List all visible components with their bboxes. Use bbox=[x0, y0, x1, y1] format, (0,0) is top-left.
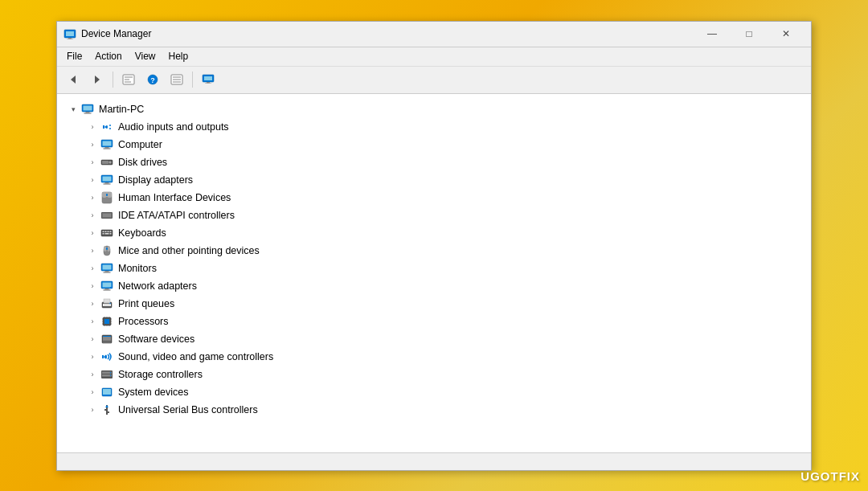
svg-rect-19 bbox=[205, 84, 211, 84]
tree-node-usb[interactable]: › Universal Serial Bus controllers bbox=[83, 401, 805, 419]
svg-rect-1 bbox=[66, 31, 74, 36]
usb-chevron: › bbox=[86, 403, 99, 416]
software-icon bbox=[99, 333, 115, 346]
processor-chevron: › bbox=[86, 315, 99, 328]
tree-node-computer[interactable]: › Computer bbox=[83, 136, 805, 153]
window-title: Device Manager bbox=[81, 28, 694, 39]
tree-node-keyboard[interactable]: › Keyboards bbox=[83, 224, 805, 242]
tree-node-audio[interactable]: › Audio inputs and outputs bbox=[83, 118, 805, 136]
svg-rect-50 bbox=[110, 231, 112, 232]
printer-label: Print queues bbox=[118, 298, 174, 309]
svg-rect-2 bbox=[68, 38, 72, 39]
svg-rect-18 bbox=[207, 82, 210, 84]
sound-label: Sound, video and game controllers bbox=[118, 351, 273, 362]
svg-rect-45 bbox=[103, 215, 111, 216]
toolbar-properties[interactable] bbox=[117, 69, 140, 90]
network-label: Network adapters bbox=[118, 280, 197, 292]
toolbar-help[interactable]: ? bbox=[141, 69, 164, 90]
svg-rect-44 bbox=[103, 214, 111, 215]
svg-marker-99 bbox=[105, 405, 108, 407]
hid-chevron: › bbox=[86, 191, 99, 204]
svg-point-32 bbox=[109, 161, 112, 163]
svg-rect-3 bbox=[67, 39, 73, 40]
software-chevron: › bbox=[86, 333, 99, 346]
menu-help[interactable]: Help bbox=[162, 49, 195, 63]
svg-rect-73 bbox=[104, 319, 109, 324]
svg-point-25 bbox=[109, 128, 111, 129]
svg-point-71 bbox=[109, 302, 111, 304]
toolbar: ? bbox=[57, 67, 811, 94]
toolbar-display[interactable] bbox=[197, 69, 219, 90]
tree-node-network[interactable]: › Network adapters bbox=[83, 277, 805, 295]
monitor-label: Monitors bbox=[118, 263, 157, 274]
tree-node-hid[interactable]: › Human Interface Devices bbox=[83, 189, 805, 207]
svg-rect-65 bbox=[104, 289, 111, 290]
keyboard-icon bbox=[99, 227, 115, 239]
svg-rect-57 bbox=[106, 248, 108, 250]
status-bar bbox=[57, 452, 811, 470]
svg-rect-35 bbox=[105, 182, 109, 184]
disk-label: Disk drives bbox=[118, 157, 167, 168]
menu-file[interactable]: File bbox=[60, 49, 88, 63]
usb-label: Universal Serial Bus controllers bbox=[118, 404, 258, 415]
tree-node-system[interactable]: › System devices bbox=[83, 383, 805, 401]
display-icon bbox=[99, 174, 115, 186]
tree-node-monitor[interactable]: › Monitors bbox=[83, 260, 805, 277]
svg-rect-51 bbox=[103, 233, 104, 235]
system-chevron: › bbox=[86, 386, 99, 399]
svg-point-93 bbox=[110, 371, 112, 373]
svg-text:?: ? bbox=[150, 76, 155, 84]
toolbar-update[interactable] bbox=[166, 69, 188, 90]
svg-rect-88 bbox=[103, 336, 111, 337]
software-label: Software devices bbox=[118, 333, 194, 345]
computer-root-icon bbox=[80, 103, 96, 116]
svg-marker-4 bbox=[71, 76, 76, 84]
mouse-chevron: › bbox=[86, 244, 99, 257]
minimize-button[interactable]: — bbox=[694, 21, 731, 47]
tree-node-root[interactable]: ▾ Martin-PC bbox=[63, 100, 805, 118]
svg-rect-70 bbox=[104, 305, 110, 305]
tree-node-display[interactable]: › Display adapters bbox=[83, 171, 805, 189]
storage-icon bbox=[99, 368, 115, 381]
svg-rect-97 bbox=[103, 395, 111, 396]
tree-node-printer[interactable]: › Print queues bbox=[83, 295, 805, 313]
svg-rect-36 bbox=[104, 183, 111, 184]
device-manager-window: Device Manager — □ ✕ File Action View He… bbox=[56, 21, 812, 471]
svg-rect-43 bbox=[102, 213, 112, 218]
close-button[interactable]: ✕ bbox=[768, 21, 805, 47]
toolbar-back[interactable] bbox=[62, 69, 84, 90]
monitor-icon bbox=[99, 262, 115, 275]
maximize-button[interactable]: □ bbox=[731, 21, 768, 47]
toolbar-sep-1 bbox=[113, 72, 113, 88]
tree-node-sound[interactable]: › Sound, video and game controllers bbox=[83, 348, 805, 366]
tree-node-ide[interactable]: › IDE ATA/ATAPI controllers bbox=[83, 207, 805, 224]
svg-rect-52 bbox=[105, 233, 109, 235]
tree-node-storage[interactable]: › Storage controllers bbox=[83, 366, 805, 383]
tree-node-disk[interactable]: › Disk drives bbox=[83, 153, 805, 171]
child-items: › Audio inputs and outputs › bbox=[63, 118, 805, 419]
svg-rect-21 bbox=[84, 105, 92, 110]
root-label: Martin-PC bbox=[99, 104, 144, 115]
svg-rect-96 bbox=[103, 389, 111, 395]
tree-node-processor[interactable]: › bbox=[83, 313, 805, 330]
menu-action[interactable]: Action bbox=[88, 49, 128, 63]
hid-icon bbox=[99, 191, 115, 204]
app-icon bbox=[63, 27, 76, 40]
menu-view[interactable]: View bbox=[129, 49, 162, 63]
ide-label: IDE ATA/ATAPI controllers bbox=[118, 210, 235, 221]
svg-rect-56 bbox=[108, 246, 111, 252]
svg-rect-23 bbox=[84, 113, 92, 113]
toolbar-forward[interactable] bbox=[86, 69, 108, 90]
tree-node-mouse[interactable]: › Mice and other pointing devices bbox=[83, 242, 805, 260]
svg-rect-22 bbox=[86, 112, 90, 113]
svg-rect-55 bbox=[104, 246, 107, 252]
svg-rect-61 bbox=[104, 272, 111, 272]
tree-node-software[interactable]: › Software devices bbox=[83, 330, 805, 348]
computer-icon bbox=[99, 138, 115, 151]
processor-label: Processors bbox=[118, 316, 169, 327]
svg-rect-53 bbox=[110, 233, 112, 235]
toolbar-sep-2 bbox=[192, 72, 193, 88]
hid-label: Human Interface Devices bbox=[118, 192, 231, 203]
audio-label: Audio inputs and outputs bbox=[118, 121, 229, 133]
tree-content[interactable]: ▾ Martin-PC › bbox=[57, 94, 811, 452]
